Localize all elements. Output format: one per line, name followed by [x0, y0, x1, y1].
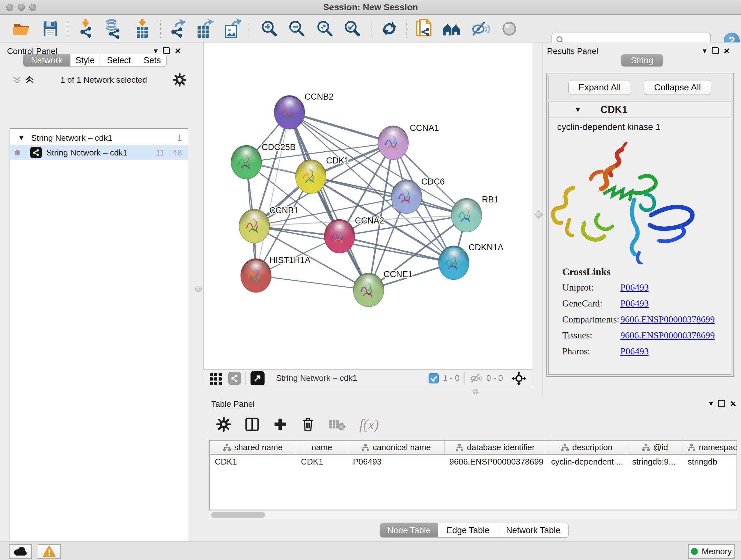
expand-all-button[interactable]: Expand All: [568, 80, 631, 95]
cloud-button[interactable]: [9, 544, 32, 559]
tab-network-table[interactable]: Network Table: [498, 523, 568, 537]
column-header-namespace[interactable]: namespace: [683, 441, 737, 455]
panel-float-icon[interactable]: [718, 400, 725, 407]
table-cell[interactable]: stringdb:9...: [627, 455, 683, 469]
node-CCNA2[interactable]: [324, 219, 355, 253]
control-panel-tabs: Network Style Select Sets: [23, 54, 166, 67]
protein-disclosure-icon[interactable]: ▼: [575, 106, 582, 114]
panel-close-icon[interactable]: ×: [730, 400, 736, 407]
bottom-splitter-handle[interactable]: [473, 389, 478, 394]
zoom-in-button[interactable]: [259, 18, 280, 39]
edge-CCNB2-HIST1H1A[interactable]: [256, 112, 289, 275]
zoom-out-button[interactable]: [286, 18, 307, 39]
tab-network[interactable]: Network: [23, 54, 71, 66]
show-columns-icon[interactable]: [245, 417, 259, 432]
tab-style[interactable]: Style: [71, 54, 100, 66]
scrollbar-thumb[interactable]: [211, 512, 265, 518]
collapse-all-icon[interactable]: [12, 75, 22, 84]
crosslink-link[interactable]: 9606.ENSP00000378699: [620, 314, 715, 325]
first-neighbors-button[interactable]: [442, 18, 462, 39]
table-horizontal-scrollbar[interactable]: [209, 510, 737, 519]
table-cell[interactable]: cyclin-dependent ...: [546, 455, 627, 469]
panel-menu-icon[interactable]: ▾: [709, 399, 713, 408]
clone-network-button[interactable]: [414, 18, 434, 39]
export-image-button[interactable]: [221, 18, 242, 39]
crosslink-link[interactable]: P06493: [620, 346, 649, 357]
table-cell[interactable]: CDK1: [210, 455, 296, 469]
node-CDC6[interactable]: [391, 180, 422, 213]
birdseye-grid-icon[interactable]: [209, 372, 222, 385]
edge-HIST1H1A-CCNE1[interactable]: [256, 275, 368, 290]
window-close-button[interactable]: [6, 4, 13, 11]
column-header--id[interactable]: @id: [627, 441, 683, 455]
gear-icon[interactable]: [173, 73, 186, 86]
memory-button[interactable]: Memory: [688, 544, 735, 559]
string-style-icon[interactable]: [228, 372, 241, 385]
open-session-button[interactable]: [11, 18, 32, 39]
import-network-database-button[interactable]: [103, 18, 123, 39]
export-table-button[interactable]: [194, 18, 214, 39]
node-CDC25B[interactable]: [231, 145, 262, 179]
fit-content-crosshair-icon[interactable]: [511, 371, 527, 386]
tab-edge-table[interactable]: Edge Table: [438, 523, 498, 537]
import-network-file-button[interactable]: [75, 18, 96, 39]
selected-checkbox-icon[interactable]: [428, 373, 439, 384]
table-cell[interactable]: P06493: [348, 455, 444, 469]
show-all-button-disabled[interactable]: [499, 18, 520, 39]
tab-node-table[interactable]: Node Table: [380, 523, 438, 537]
right-splitter-handle[interactable]: [536, 211, 542, 218]
column-header-canonical-name[interactable]: canonical name: [348, 441, 444, 455]
tab-string[interactable]: String: [621, 54, 663, 66]
tab-sets[interactable]: Sets: [138, 54, 166, 66]
table-gear-icon[interactable]: [216, 417, 231, 432]
crosslink-link[interactable]: P06493: [620, 282, 649, 293]
node-CDK1[interactable]: [295, 160, 326, 193]
network-row-selected[interactable]: String Network – cdk1 11 48: [10, 145, 188, 160]
panel-float-icon[interactable]: [163, 47, 170, 54]
node-CCNB2[interactable]: [274, 96, 305, 129]
network-view-canvas[interactable]: CCNB2CCNA1CDC25BCDK1CDC6RB1CCNB1CCNA2CDK…: [203, 43, 532, 369]
tab-select[interactable]: Select: [100, 54, 138, 66]
add-column-icon[interactable]: [273, 417, 287, 432]
node-CCNB1[interactable]: [239, 209, 270, 243]
protein-card-header[interactable]: ▼ CDK1: [549, 102, 731, 118]
panel-close-icon[interactable]: ×: [724, 47, 730, 54]
export-network-button[interactable]: [167, 18, 188, 39]
node-HIST1H1A[interactable]: [241, 259, 271, 293]
left-splitter-handle[interactable]: [195, 286, 202, 292]
crosslink-link[interactable]: 9606.ENSP00000378699: [620, 330, 715, 341]
expand-all-icon[interactable]: [25, 75, 35, 84]
node-CDKN1A[interactable]: [439, 246, 469, 280]
save-session-button[interactable]: [40, 18, 61, 39]
warnings-button[interactable]: [38, 544, 61, 559]
window-zoom-button[interactable]: [29, 4, 37, 11]
column-header-database-identifier[interactable]: database identifier: [444, 441, 546, 455]
open-in-window-button[interactable]: [251, 371, 265, 385]
column-header-description[interactable]: description: [546, 441, 627, 455]
node-RB1[interactable]: [451, 198, 482, 232]
panel-close-icon[interactable]: ×: [175, 47, 181, 54]
zoom-fit-button[interactable]: [315, 18, 335, 39]
zoom-selected-button[interactable]: [342, 18, 362, 39]
import-table-button[interactable]: [132, 18, 152, 39]
window-minimize-button[interactable]: [18, 4, 25, 11]
table-cell[interactable]: stringdb: [683, 455, 737, 469]
node-CCNE1[interactable]: [353, 273, 384, 307]
collapse-all-button[interactable]: Collapse All: [644, 80, 711, 95]
table-cell[interactable]: CDK1: [296, 455, 348, 469]
column-header-name[interactable]: name: [296, 441, 348, 455]
hide-selected-button[interactable]: [470, 18, 491, 39]
crosslink-link[interactable]: P06493: [620, 298, 649, 309]
edge-CCNB2-CCNA1[interactable]: [289, 112, 393, 143]
panel-menu-icon[interactable]: ▾: [703, 46, 706, 55]
delete-column-icon[interactable]: [301, 417, 315, 432]
table-cell[interactable]: 9606.ENSP00000378699: [444, 455, 546, 469]
panel-float-icon[interactable]: [712, 47, 719, 54]
edge-CCNA2-CDKN1A[interactable]: [340, 236, 454, 263]
network-collection-row[interactable]: ▼ String Network – cdk1 1: [10, 131, 188, 145]
apply-layout-button[interactable]: [379, 18, 400, 39]
column-header-shared-name[interactable]: shared name: [210, 441, 296, 455]
collection-disclosure-icon[interactable]: ▼: [18, 134, 25, 142]
node-CCNA1[interactable]: [378, 126, 408, 160]
table-row[interactable]: CDK1CDK1P064939606.ENSP00000378699cyclin…: [210, 455, 737, 469]
